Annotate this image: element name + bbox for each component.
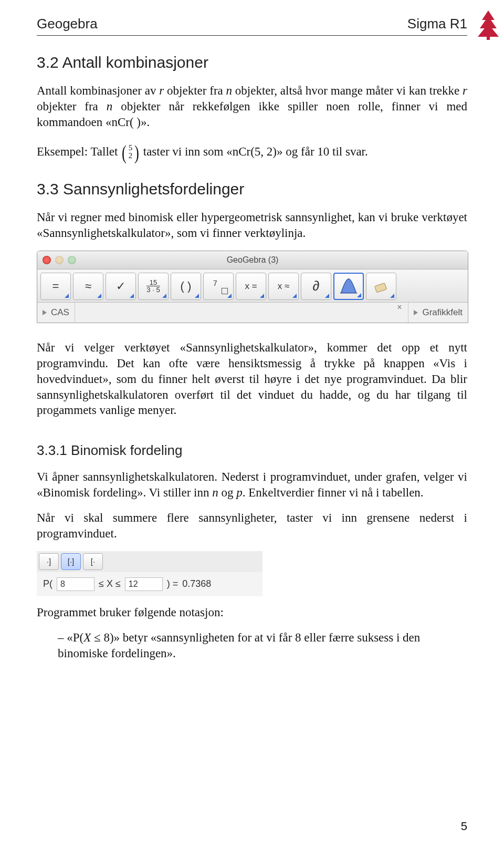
running-header: Geogebra Sigma R1 bbox=[37, 16, 467, 32]
notation-list: «P(X ≤ 8)» betyr «sannsynligheten for at… bbox=[37, 630, 467, 661]
panel-close-icon: × bbox=[397, 303, 408, 323]
sec32-example: Eksempel: Tallet (52) taster vi inn som … bbox=[37, 140, 467, 165]
header-right: Sigma R1 bbox=[407, 16, 467, 32]
window-titlebar: GeoGebra (3) bbox=[37, 251, 468, 270]
document-page: Geogebra Sigma R1 3.2 Antall kombinasjon… bbox=[0, 0, 504, 849]
svg-rect-1 bbox=[487, 36, 490, 40]
tool-substitute: 7 bbox=[203, 273, 234, 300]
tool-approx: ≈ bbox=[73, 273, 103, 300]
probability-input-figure: ·] [·] [· P( 8 ≤ X ≤ 12 ) = 0.7368 bbox=[37, 551, 262, 596]
window-title: GeoGebra (3) bbox=[37, 255, 468, 265]
tool-factor: 153 · 5 bbox=[138, 273, 169, 300]
page-number: 5 bbox=[461, 820, 467, 833]
tool-solve-numeric: x ≈ bbox=[268, 273, 299, 300]
tool-check: ✓ bbox=[106, 273, 136, 300]
tool-equals: = bbox=[40, 273, 71, 300]
lower-bound-input: 8 bbox=[57, 577, 94, 591]
tool-parentheses: ( ) bbox=[171, 273, 201, 300]
tool-delete bbox=[366, 273, 396, 300]
label-P-open: P( bbox=[43, 578, 52, 589]
probability-result: 0.7368 bbox=[182, 578, 211, 589]
svg-marker-0 bbox=[478, 11, 499, 37]
geogebra-window-figure: GeoGebra (3) = ≈ ✓ 153 · 5 ( ) 7 x = x ≈… bbox=[37, 251, 468, 323]
geogebra-toolbar: = ≈ ✓ 153 · 5 ( ) 7 x = x ≈ ∂ bbox=[37, 270, 468, 303]
header-rule bbox=[37, 35, 467, 36]
distribution-icon bbox=[339, 277, 358, 296]
binomial-symbol: (52) bbox=[121, 140, 140, 165]
mode-interval: [·] bbox=[61, 553, 81, 570]
expand-icon bbox=[43, 310, 47, 315]
upper-bound-input: 12 bbox=[125, 577, 163, 591]
sec331-p2: Når vi skal summere flere sannsynlighete… bbox=[37, 510, 467, 542]
paragraph-after-figure: Når vi velger verktøyet «Sannsynlighetsk… bbox=[37, 340, 467, 418]
sec32-body: Antall kombinasjoner av r objekter fra n… bbox=[37, 83, 467, 130]
panel-tab-cas: CAS bbox=[37, 303, 75, 323]
probability-expression-row: P( 8 ≤ X ≤ 12 ) = 0.7368 bbox=[37, 572, 262, 596]
geogebra-panel-tabs: CAS × Grafikkfelt bbox=[37, 303, 468, 323]
panel-tab-graphics: Grafikkfelt bbox=[408, 303, 468, 323]
sec33-body: Når vi regner med binomisk eller hyperge… bbox=[37, 210, 467, 241]
tree-logo-icon bbox=[477, 9, 500, 42]
notation-item: «P(X ≤ 8)» betyr «sannsynligheten for at… bbox=[58, 630, 467, 661]
sec331-p1: Vi åpner sannsynlighetskalkulatoren. Ned… bbox=[37, 469, 467, 501]
section-3-3-title: 3.3 Sannsynlighetsfordelinger bbox=[37, 180, 467, 198]
tool-derivative: ∂ bbox=[301, 273, 331, 300]
mode-right-bounded: ·] bbox=[39, 553, 59, 570]
label-le-x-le: ≤ X ≤ bbox=[99, 578, 121, 589]
label-close-equals: ) = bbox=[167, 578, 178, 589]
eraser-icon bbox=[372, 277, 391, 296]
mode-left-bounded: [· bbox=[83, 553, 103, 570]
notation-intro: Programmet bruker følgende notasjon: bbox=[37, 605, 467, 620]
expand-icon bbox=[414, 310, 418, 315]
section-3-2-title: 3.2 Antall kombinasjoner bbox=[37, 54, 467, 71]
header-left: Geogebra bbox=[37, 16, 98, 32]
section-3-3-1-title: 3.3.1 Binomisk fordeling bbox=[37, 442, 467, 459]
interval-mode-buttons: ·] [·] [· bbox=[37, 551, 262, 572]
tool-probability-calculator bbox=[333, 273, 364, 300]
svg-rect-3 bbox=[375, 283, 387, 292]
tool-solve-exact: x = bbox=[236, 273, 266, 300]
